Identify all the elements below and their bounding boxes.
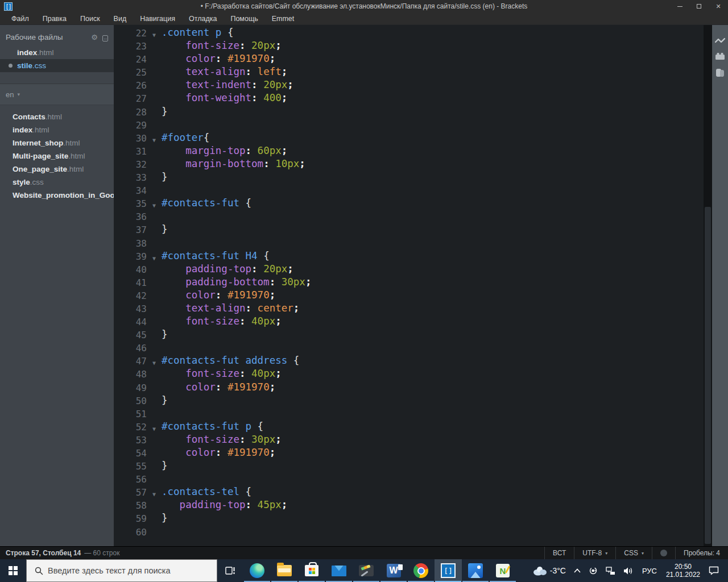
mail-icon[interactable] — [325, 559, 353, 582]
code-line-30[interactable]: 30▼#footer{ — [114, 131, 704, 144]
code-line-31[interactable]: 31 margin-top: 60px; — [114, 144, 704, 157]
code-line-38[interactable]: 38 — [114, 236, 704, 250]
gear-icon[interactable]: ⚙ — [91, 33, 98, 41]
brackets-icon[interactable]: [] — [435, 559, 462, 582]
encoding-selector[interactable]: UTF-8▾ — [574, 547, 615, 559]
lint-status[interactable] — [652, 547, 675, 559]
vertical-scrollbar[interactable] — [704, 25, 712, 546]
tree-item-index.html[interactable]: index.html — [0, 123, 114, 136]
notepad-plus-plus-icon[interactable]: N — [489, 559, 516, 582]
code-line-56[interactable]: 56 — [114, 472, 704, 485]
code-editor[interactable]: 22▼.content p {23 font-size: 20px;24 col… — [114, 25, 728, 546]
menu-помощь[interactable]: Помощь — [224, 15, 264, 23]
extension-manager-icon[interactable] — [715, 52, 725, 60]
code-line-22[interactable]: 22▼.content p { — [114, 26, 704, 39]
menu-навигация[interactable]: Навигация — [133, 15, 182, 23]
word-icon[interactable]: W — [380, 559, 407, 582]
fold-arrow-icon[interactable]: ▼ — [147, 420, 162, 433]
task-view-button[interactable] — [217, 559, 243, 582]
live-preview-icon[interactable] — [715, 38, 725, 44]
code-line-33[interactable]: 33} — [114, 171, 704, 184]
code-line-53[interactable]: 53 font-size: 30px; — [114, 433, 704, 446]
fold-arrow-icon[interactable]: ▼ — [147, 26, 162, 39]
language-indicator[interactable]: РУС — [642, 567, 657, 575]
fold-arrow-icon[interactable]: ▼ — [147, 131, 162, 144]
cursor-position[interactable]: Строка 57, Столбец 14 — [6, 549, 81, 557]
split-view-icon[interactable]: ↔ — [102, 35, 108, 41]
clock[interactable]: 20:50 21.01.2022 — [666, 563, 700, 579]
edge-icon[interactable] — [243, 559, 271, 582]
tree-item-Internet_shop.html[interactable]: Internet_shop.html — [0, 136, 114, 149]
code-line-23[interactable]: 23 font-size: 20px; — [114, 39, 704, 52]
working-file-stile.css[interactable]: stile.css — [0, 59, 114, 72]
file-manager-icon[interactable] — [353, 559, 380, 582]
code-line-55[interactable]: 55} — [114, 459, 704, 472]
code-line-44[interactable]: 44 font-size: 40px; — [114, 315, 704, 328]
code-line-49[interactable]: 49 color: #191970; — [114, 381, 704, 394]
code-line-60[interactable]: 60 — [114, 525, 704, 538]
scrollbar-thumb[interactable] — [705, 207, 711, 544]
code-line-43[interactable]: 43 text-align: center; — [114, 302, 704, 315]
code-line-29[interactable]: 29 — [114, 118, 704, 131]
close-button[interactable]: ✕ — [709, 0, 728, 13]
indent-setting[interactable]: Пробелы: 4 — [675, 547, 728, 559]
code-line-37[interactable]: 37} — [114, 223, 704, 236]
chrome-icon[interactable] — [407, 559, 435, 582]
code-pane[interactable]: 22▼.content p {23 font-size: 20px;24 col… — [114, 25, 704, 546]
menu-файл[interactable]: Файл — [5, 15, 36, 23]
menu-поиск[interactable]: Поиск — [73, 15, 107, 23]
tree-item-Contacts.html[interactable]: Contacts.html — [0, 110, 114, 123]
working-file-index.html[interactable]: index.html — [0, 46, 114, 59]
action-center-button[interactable] — [709, 566, 719, 575]
show-hidden-icons-button[interactable] — [574, 568, 581, 573]
meet-now-button[interactable] — [589, 566, 598, 575]
code-line-42[interactable]: 42 color: #191970; — [114, 289, 704, 302]
fold-arrow-icon[interactable]: ▼ — [147, 250, 162, 263]
code-line-24[interactable]: 24 color: #191970; — [114, 52, 704, 65]
code-line-59[interactable]: 59} — [114, 512, 704, 525]
code-line-26[interactable]: 26 text-indent: 20px; — [114, 78, 704, 92]
code-line-51[interactable]: 51 — [114, 407, 704, 420]
overwrite-indicator[interactable]: ВСТ — [544, 547, 574, 559]
code-line-39[interactable]: 39▼#contacts-fut H4 { — [114, 250, 704, 263]
code-line-48[interactable]: 48 font-size: 40px; — [114, 367, 704, 380]
code-line-28[interactable]: 28} — [114, 105, 704, 118]
code-line-47[interactable]: 47▼#contacts-fut address { — [114, 354, 704, 367]
code-line-41[interactable]: 41 padding-bottom: 30px; — [114, 276, 704, 289]
beautify-icon[interactable] — [715, 68, 725, 77]
minimize-button[interactable] — [670, 0, 689, 13]
network-button[interactable] — [606, 567, 615, 575]
code-line-54[interactable]: 54 color: #191970; — [114, 446, 704, 459]
code-line-58[interactable]: 58 padding-top: 45px; — [114, 498, 704, 512]
code-line-32[interactable]: 32 margin-bottom: 10px; — [114, 157, 704, 171]
menu-отладка[interactable]: Отладка — [182, 15, 224, 23]
project-selector[interactable]: en ▾ — [0, 84, 114, 105]
volume-button[interactable] — [623, 567, 634, 575]
fold-arrow-icon[interactable]: ▼ — [147, 485, 162, 498]
tree-item-style.css[interactable]: style.css — [0, 176, 114, 189]
code-line-45[interactable]: 45} — [114, 328, 704, 341]
code-line-27[interactable]: 27 font-weight: 400; — [114, 92, 704, 105]
code-line-57[interactable]: 57▼.contacts-tel { — [114, 485, 704, 498]
taskbar-search-input[interactable]: Введите здесь текст для поиска — [26, 559, 217, 582]
menu-правка[interactable]: Правка — [36, 15, 73, 23]
code-line-50[interactable]: 50} — [114, 394, 704, 407]
code-line-46[interactable]: 46 — [114, 341, 704, 354]
code-line-52[interactable]: 52▼#contacts-fut p { — [114, 420, 704, 433]
language-selector[interactable]: CSS▾ — [615, 547, 652, 559]
menu-вид[interactable]: Вид — [107, 15, 134, 23]
code-line-25[interactable]: 25 text-align: left; — [114, 65, 704, 78]
maximize-button[interactable] — [689, 0, 709, 13]
code-line-35[interactable]: 35▼#contacts-fut { — [114, 197, 704, 210]
weather-widget[interactable]: -3°C — [532, 566, 566, 576]
store-icon[interactable] — [298, 559, 325, 582]
menu-emmet[interactable]: Emmet — [265, 15, 301, 23]
fold-arrow-icon[interactable]: ▼ — [147, 354, 162, 367]
photos-icon[interactable] — [462, 559, 489, 582]
start-button[interactable] — [0, 559, 26, 582]
code-line-36[interactable]: 36 — [114, 210, 704, 223]
code-line-34[interactable]: 34 — [114, 184, 704, 197]
tree-item-Website_promotion_in_Google.html[interactable]: Website_promotion_in_Google.html — [0, 189, 114, 202]
tree-item-One_page_site.html[interactable]: One_page_site.html — [0, 163, 114, 176]
tree-item-Multi-page_site.html[interactable]: Multi-page_site.html — [0, 149, 114, 163]
